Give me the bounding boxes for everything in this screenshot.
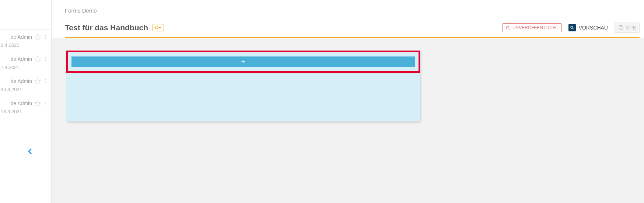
accent-divider [65, 37, 640, 38]
save-label: SPE [626, 25, 636, 31]
form-canvas-area [52, 38, 644, 203]
search-icon [568, 24, 576, 31]
svg-rect-14 [620, 25, 622, 27]
svg-line-13 [573, 28, 574, 29]
preview-button[interactable]: VORSCHAU [566, 23, 611, 33]
more-vertical-icon[interactable] [43, 78, 48, 85]
svg-point-5 [45, 60, 46, 61]
svg-point-11 [45, 104, 46, 105]
svg-point-4 [45, 59, 46, 59]
svg-point-3 [45, 57, 46, 58]
list-item-title: de Admin [11, 78, 32, 84]
cloud-off-icon [505, 25, 511, 30]
list-item-title-row: de Admin [0, 34, 48, 40]
breadcrumb[interactable]: Forms Demo [65, 7, 640, 14]
sidebar: de Admin 2.4.2021 de Admin 7.4.2021 de A… [0, 0, 52, 203]
more-vertical-icon[interactable] [43, 56, 48, 62]
main-area: Forms Demo Test für das Handbuch DE UNVE… [52, 0, 644, 203]
svg-point-12 [571, 26, 573, 28]
list-item-date: 18.3.2021 [0, 109, 48, 114]
title-left: Test für das Handbuch DE [65, 23, 164, 32]
svg-point-9 [45, 102, 46, 102]
list-item-title: de Admin [11, 100, 32, 106]
svg-point-2 [45, 38, 46, 39]
title-actions: UNVERÖFFENTLICHT VORSCHAU SPE [502, 23, 640, 33]
svg-point-6 [45, 79, 46, 80]
preview-label: VORSCHAU [579, 25, 608, 31]
list-item-title-row: de Admin [0, 56, 48, 62]
form-canvas-body[interactable] [66, 73, 420, 120]
svg-rect-15 [620, 28, 622, 30]
list-item-title-row: de Admin [0, 78, 48, 85]
list-item-title-row: de Admin [0, 100, 48, 107]
more-vertical-icon[interactable] [43, 34, 48, 40]
list-item[interactable]: de Admin 7.4.2021 [0, 52, 51, 74]
list-item-title: de Admin [11, 56, 32, 62]
add-section-button[interactable] [71, 56, 415, 67]
svg-point-7 [45, 81, 46, 82]
star-icon[interactable] [34, 78, 41, 85]
svg-point-10 [45, 103, 46, 104]
chevron-left-icon[interactable] [26, 147, 35, 156]
star-icon[interactable] [34, 34, 41, 40]
form-canvas [66, 51, 420, 121]
svg-point-1 [45, 37, 46, 37]
status-label: UNVERÖFFENTLICHT [512, 25, 559, 30]
save-button[interactable]: SPE [615, 23, 640, 33]
star-icon[interactable] [34, 100, 41, 107]
list-item-date: 2.4.2021 [0, 42, 48, 48]
star-icon[interactable] [34, 56, 41, 62]
add-section-highlight [66, 51, 420, 73]
svg-point-8 [45, 82, 46, 83]
list-item[interactable]: de Admin 18.3.2021 [0, 96, 51, 118]
list-item-title: de Admin [11, 34, 32, 40]
list-item[interactable]: de Admin 2.4.2021 [0, 30, 51, 52]
language-badge[interactable]: DE [153, 24, 164, 31]
plus-icon [240, 59, 246, 65]
page-title: Test für das Handbuch [65, 23, 148, 32]
svg-point-0 [45, 35, 46, 36]
save-icon [618, 25, 624, 31]
list-item[interactable]: de Admin 30.3.2021 [0, 74, 51, 96]
more-vertical-icon[interactable] [43, 100, 48, 107]
list-item-date: 30.3.2021 [0, 87, 48, 92]
header: Forms Demo Test für das Handbuch DE UNVE… [52, 0, 644, 38]
list-item-date: 7.4.2021 [0, 65, 48, 70]
title-row: Test für das Handbuch DE UNVERÖFFENTLICH… [65, 23, 640, 33]
status-badge: UNVERÖFFENTLICHT [502, 23, 562, 32]
